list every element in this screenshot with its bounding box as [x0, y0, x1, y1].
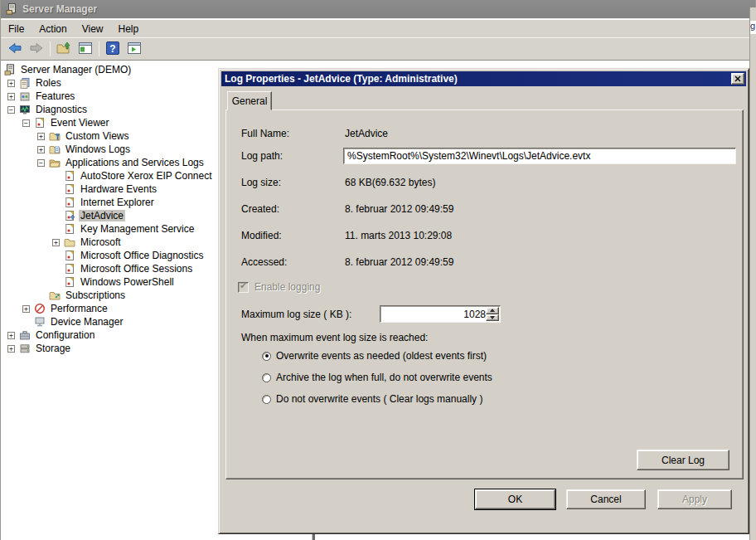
- export-icon: [56, 40, 72, 59]
- radio-selected-icon[interactable]: [262, 352, 271, 361]
- tree-item-label: Roles: [34, 77, 63, 89]
- tree-item-label: Microsoft: [79, 236, 123, 248]
- retention-option-label: Overwrite events as needed (oldest event…: [276, 350, 487, 362]
- show-action-pane-button[interactable]: [124, 40, 144, 58]
- configuration-icon: [19, 329, 32, 341]
- tree-item-label: Windows Logs: [64, 144, 132, 155]
- collapse-icon[interactable]: −: [7, 106, 15, 114]
- expander-slot: +: [22, 305, 34, 313]
- svg-text:?: ?: [109, 42, 115, 54]
- event-viewer-icon: [34, 117, 47, 129]
- tree-item-label: Applications and Services Logs: [64, 157, 206, 168]
- full-name-label: Full Name:: [241, 128, 289, 139]
- accessed-value: 8. februar 2012 09:49:59: [345, 256, 453, 268]
- tree-item-label: Microsoft Office Sessions: [79, 263, 194, 275]
- spin-down-button[interactable]: [486, 314, 499, 322]
- server-manager-window: Server Manager FileActionViewHelp ? Serv…: [0, 0, 756, 540]
- up-arrow-icon: [490, 309, 495, 312]
- log-icon: [64, 183, 77, 195]
- back-button[interactable]: [5, 40, 25, 58]
- device-manager-icon: [34, 316, 47, 328]
- expand-icon[interactable]: +: [7, 93, 15, 100]
- server-icon: [4, 64, 17, 75]
- export-button[interactable]: [54, 40, 74, 58]
- tree-item-label: AutoStore Xerox EIP Connect: [79, 170, 214, 182]
- expand-icon[interactable]: +: [7, 332, 15, 339]
- cancel-button[interactable]: Cancel: [566, 489, 646, 509]
- tree-item-label: Configuration: [34, 329, 96, 341]
- modified-value: 11. marts 2013 10:29:08: [345, 230, 452, 241]
- radio-icon[interactable]: [262, 373, 271, 382]
- custom-views-icon: [49, 130, 62, 142]
- menu-item-file[interactable]: File: [1, 21, 32, 37]
- tree-item-label: Device Manager: [49, 316, 124, 328]
- created-value: 8. februar 2012 09:49:59: [345, 203, 453, 215]
- tree-item-label: Microsoft Office Diagnostics: [79, 250, 206, 261]
- log-path-label: Log path:: [241, 150, 283, 162]
- max-log-size-spinbox: [380, 305, 501, 323]
- retention-option-do-not-overwrite-events-clear-[interactable]: Do not overwrite events ( Clear logs man…: [262, 393, 482, 405]
- ok-button[interactable]: OK: [475, 489, 555, 509]
- forward-button[interactable]: [27, 40, 46, 58]
- toolbar-separator: [99, 41, 99, 56]
- log-size-value: 68 KB(69.632 bytes): [345, 177, 435, 188]
- retention-option-label: Do not overwrite events ( Clear logs man…: [276, 393, 482, 405]
- log-path-input[interactable]: [343, 148, 736, 164]
- expander-slot: +: [7, 345, 19, 353]
- help-icon: ?: [104, 40, 121, 59]
- console-window-button[interactable]: [75, 40, 95, 58]
- occluded-text: g: [750, 21, 756, 34]
- tab-general[interactable]: General: [227, 91, 272, 110]
- clear-log-button[interactable]: Clear Log: [637, 450, 729, 470]
- menu-item-action[interactable]: Action: [32, 21, 74, 37]
- accessed-label: Accessed:: [241, 256, 287, 268]
- menu-item-view[interactable]: View: [75, 21, 111, 37]
- expander-slot: +: [37, 133, 49, 140]
- collapse-icon[interactable]: −: [37, 159, 45, 167]
- log-icon: [64, 170, 77, 182]
- max-log-size-label: Maximum log size ( KB ):: [241, 309, 351, 320]
- close-icon: [734, 75, 741, 82]
- expander-slot: −: [22, 119, 34, 127]
- expander-slot: −: [37, 159, 49, 167]
- collapse-icon[interactable]: −: [22, 119, 30, 127]
- roles-icon: [19, 77, 32, 89]
- created-label: Created:: [241, 203, 279, 215]
- tree-item-label: Windows PowerShell: [79, 276, 176, 288]
- menu-item-help[interactable]: Help: [111, 21, 147, 37]
- expand-icon[interactable]: +: [37, 146, 45, 153]
- log-star-icon: [64, 210, 77, 221]
- folder-icon: [64, 236, 77, 248]
- down-arrow-icon: [490, 316, 495, 319]
- retention-option-label: Archive the log when full, do not overwr…: [276, 372, 492, 383]
- max-log-size-input[interactable]: [381, 307, 486, 321]
- dialog-close-button[interactable]: [731, 73, 744, 85]
- expander-slot: −: [7, 106, 19, 114]
- diagnostics-icon: [19, 104, 32, 115]
- toolbar: ?: [1, 38, 755, 61]
- dialog-title: Log Properties - JetAdvice (Type: Admini…: [225, 73, 458, 85]
- expand-icon[interactable]: +: [37, 133, 45, 140]
- tree-item-label: Key Management Service: [79, 223, 196, 235]
- spin-up-button[interactable]: [486, 307, 499, 314]
- retention-option-archive-the-log-when-full-do-n[interactable]: Archive the log when full, do not overwr…: [262, 372, 492, 383]
- tree-item-label: Subscriptions: [64, 289, 127, 301]
- pane-splitter[interactable]: [312, 533, 315, 540]
- full-name-value: JetAdvice: [345, 128, 388, 139]
- help-button[interactable]: ?: [103, 40, 123, 58]
- enable-logging-label: Enable logging: [254, 281, 320, 293]
- window-title: Server Manager: [22, 3, 97, 15]
- expand-icon[interactable]: +: [22, 305, 30, 313]
- general-tab-panel: Full Name: JetAdvice Log path: Log size:…: [225, 109, 744, 479]
- apply-button: Apply: [657, 489, 732, 509]
- back-icon: [7, 40, 23, 59]
- radio-icon[interactable]: [262, 395, 271, 404]
- log-size-label: Log size:: [241, 177, 281, 188]
- tree-item-label: Custom Views: [64, 130, 130, 142]
- expand-icon[interactable]: +: [7, 80, 15, 87]
- expand-icon[interactable]: +: [52, 239, 60, 246]
- tree-item-label: Diagnostics: [34, 104, 89, 115]
- server-manager-app-icon: [5, 2, 18, 16]
- expand-icon[interactable]: +: [7, 345, 15, 353]
- retention-option-overwrite-events-as-needed-old[interactable]: Overwrite events as needed (oldest event…: [262, 350, 487, 362]
